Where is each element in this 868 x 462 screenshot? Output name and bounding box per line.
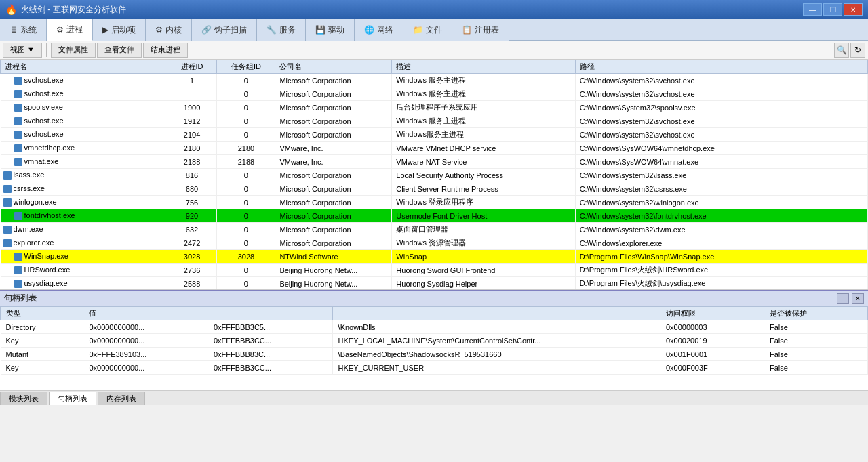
tab-network[interactable]: 🌐 网络 bbox=[355, 19, 403, 41]
col-header-path[interactable]: 路径 bbox=[575, 60, 867, 74]
table-row[interactable]: dwm.exe6320Microsoft Corporation桌面窗口管理器C… bbox=[1, 223, 868, 236]
title-text: 火绒剑 - 互联网安全分析软件 bbox=[21, 4, 126, 16]
tab-driver[interactable]: 💾 驱动 bbox=[306, 19, 355, 41]
process-taskid-cell: 0 bbox=[217, 87, 275, 101]
view-button[interactable]: 视图 ▼ bbox=[3, 43, 42, 58]
col-header-taskid[interactable]: 任务组ID bbox=[217, 60, 275, 74]
process-pid-cell: 632 bbox=[167, 223, 217, 236]
col-access[interactable]: 访问权限 bbox=[660, 307, 764, 320]
refresh-icon-button[interactable]: ↻ bbox=[850, 43, 865, 58]
bottom-table-container[interactable]: 类型 值 访问权限 是否被保护 Directory0x0000000000...… bbox=[0, 306, 868, 390]
tab-kernel[interactable]: ⚙ 内核 bbox=[146, 19, 192, 41]
process-table-container[interactable]: 进程名 进程ID 任务组ID 公司名 描述 路径 svchost.exe10Mi… bbox=[0, 60, 868, 290]
table-row[interactable]: explorer.exe24720Microsoft CorporationWi… bbox=[1, 236, 868, 250]
tab-process[interactable]: ⚙ 进程 bbox=[47, 19, 93, 41]
process-path-cell: C:\Windows\system32\svchost.exe bbox=[575, 74, 867, 87]
tab-startup-label: 启动项 bbox=[111, 24, 136, 36]
handle-table-row[interactable]: Key0x0000000000...0xFFFBBB3CC...HKEY_CUR… bbox=[1, 361, 868, 375]
process-desc-cell: Huorong Sysdiag Helper bbox=[392, 277, 575, 291]
tab-system[interactable]: 🖥 系统 bbox=[0, 19, 47, 41]
process-name-cell: lsass.exe bbox=[1, 169, 167, 182]
process-pid-cell: 816 bbox=[167, 169, 217, 182]
handle-table-row[interactable]: Mutant0xFFFE389103...0xFFFBBB83C...\Base… bbox=[1, 348, 868, 361]
handle-val3-cell: HKEY_LOCAL_MACHINE\System\CurrentControl… bbox=[332, 334, 660, 348]
table-row[interactable]: svchost.exe0Microsoft CorporationWindows… bbox=[1, 87, 868, 101]
search-icon-button[interactable]: 🔍 bbox=[834, 43, 849, 58]
process-path-cell: C:\Windows\System32\spoolsv.exe bbox=[575, 101, 867, 114]
tab-service-label: 服务 bbox=[279, 24, 296, 36]
process-path-cell: D:\Program Files\WinSnap\WinSnap.exe bbox=[575, 250, 867, 264]
process-name-cell: dwm.exe bbox=[1, 223, 167, 236]
process-desc-cell: Huorong Sword GUI Frontend bbox=[392, 264, 575, 277]
tab-registry[interactable]: 📋 注册表 bbox=[452, 19, 509, 41]
col-type[interactable]: 类型 bbox=[1, 307, 83, 320]
col-header-desc[interactable]: 描述 bbox=[392, 60, 575, 74]
end-process-button[interactable]: 结束进程 bbox=[143, 43, 188, 58]
table-row[interactable]: spoolsv.exe19000Microsoft Corporation后台处… bbox=[1, 101, 868, 114]
bottom-tab-memory[interactable]: 内存列表 bbox=[98, 392, 145, 405]
tab-file[interactable]: 📁 文件 bbox=[403, 19, 452, 41]
process-taskid-cell: 0 bbox=[217, 74, 275, 87]
process-pid-cell: 2180 bbox=[167, 142, 217, 155]
process-company-cell: NTWind Software bbox=[275, 250, 392, 264]
tab-service[interactable]: 🔧 服务 bbox=[257, 19, 306, 41]
bottom-tab-handles[interactable]: 句柄列表 bbox=[49, 392, 96, 405]
process-taskid-cell: 0 bbox=[217, 196, 275, 209]
process-pid-cell: 2188 bbox=[167, 155, 217, 169]
col-header-process[interactable]: 进程名 bbox=[1, 60, 167, 74]
file-props-button[interactable]: 文件属性 bbox=[51, 43, 96, 58]
restore-button[interactable]: ❐ bbox=[823, 3, 842, 16]
bottom-panel-min-button[interactable]: — bbox=[837, 293, 849, 304]
table-row[interactable]: csrss.exe6800Microsoft CorporationClient… bbox=[1, 182, 868, 196]
process-taskid-cell: 0 bbox=[217, 277, 275, 291]
process-path-cell: D:\Program Files\火绒剑\usysdiag.exe bbox=[575, 277, 867, 291]
table-row[interactable]: lsass.exe8160Microsoft CorporationLocal … bbox=[1, 169, 868, 182]
toolbar-right: 🔍 ↻ bbox=[834, 43, 865, 58]
file-icon: 📁 bbox=[413, 25, 423, 35]
tab-driver-label: 驱动 bbox=[328, 24, 344, 36]
handle-protected-cell: False bbox=[764, 334, 867, 348]
table-row[interactable]: vmnetdhcp.exe21802180VMware, Inc.VMware … bbox=[1, 142, 868, 155]
table-row[interactable]: svchost.exe21040Microsoft CorporationWin… bbox=[1, 128, 868, 142]
network-icon: 🌐 bbox=[364, 25, 374, 35]
tab-startup[interactable]: ▶ 启动项 bbox=[93, 19, 146, 41]
col-header-pid[interactable]: 进程ID bbox=[167, 60, 217, 74]
handle-table: 类型 值 访问权限 是否被保护 Directory0x0000000000...… bbox=[0, 306, 868, 375]
table-row[interactable]: svchost.exe10Microsoft CorporationWindow… bbox=[1, 74, 868, 87]
col-protected[interactable]: 是否被保护 bbox=[764, 307, 867, 320]
process-pid-cell: 2472 bbox=[167, 236, 217, 250]
col-val2[interactable] bbox=[208, 307, 332, 320]
bottom-tab-modules[interactable]: 模块列表 bbox=[0, 392, 47, 405]
table-row[interactable]: fontdrvhost.exe9200Microsoft Corporation… bbox=[1, 209, 868, 223]
col-val1[interactable]: 值 bbox=[83, 307, 208, 320]
handle-table-row[interactable]: Key0x0000000000...0xFFFBBB3CC...HKEY_LOC… bbox=[1, 334, 868, 348]
bottom-handle-panel: 句柄列表 — ✕ 类型 值 访问权限 是否被保护 bbox=[0, 290, 868, 405]
handle-table-row[interactable]: Directory0x0000000000...0xFFFBBB3C5...\K… bbox=[1, 320, 868, 334]
close-button[interactable]: ✕ bbox=[844, 3, 863, 16]
process-desc-cell: WinSnap bbox=[392, 250, 575, 264]
process-taskid-cell: 0 bbox=[217, 236, 275, 250]
table-row[interactable]: usysdiag.exe25880Beijing Huorong Netw...… bbox=[1, 277, 868, 291]
table-row[interactable]: HRSword.exe27360Beijing Huorong Netw...H… bbox=[1, 264, 868, 277]
process-name-cell: spoolsv.exe bbox=[1, 101, 167, 114]
handle-type-cell: Directory bbox=[1, 320, 83, 334]
table-row[interactable]: winlogon.exe7560Microsoft CorporationWin… bbox=[1, 196, 868, 209]
process-desc-cell: Local Security Authority Process bbox=[392, 169, 575, 182]
handle-val3-cell: HKEY_CURRENT_USER bbox=[332, 361, 660, 375]
tab-hook[interactable]: 🔗 钩子扫描 bbox=[192, 19, 257, 41]
main-area: 进程名 进程ID 任务组ID 公司名 描述 路径 svchost.exe10Mi… bbox=[0, 60, 868, 405]
process-path-cell: C:\Windows\system32\svchost.exe bbox=[575, 114, 867, 128]
process-pid-cell: 2736 bbox=[167, 264, 217, 277]
process-pid-cell: 2104 bbox=[167, 128, 217, 142]
minimize-button[interactable]: — bbox=[803, 3, 822, 16]
table-row[interactable]: svchost.exe19120Microsoft CorporationWin… bbox=[1, 114, 868, 128]
bottom-panel-close-button[interactable]: ✕ bbox=[852, 293, 864, 304]
process-taskid-cell: 0 bbox=[217, 209, 275, 223]
process-company-cell: Microsoft Corporation bbox=[275, 196, 392, 209]
table-row[interactable]: WinSnap.exe30283028NTWind SoftwareWinSna… bbox=[1, 250, 868, 264]
process-pid-cell: 1 bbox=[167, 74, 217, 87]
table-row[interactable]: vmnat.exe21882188VMware, Inc.VMware NAT … bbox=[1, 155, 868, 169]
col-header-company[interactable]: 公司名 bbox=[275, 60, 392, 74]
process-company-cell: Beijing Huorong Netw... bbox=[275, 264, 392, 277]
view-file-button[interactable]: 查看文件 bbox=[97, 43, 142, 58]
